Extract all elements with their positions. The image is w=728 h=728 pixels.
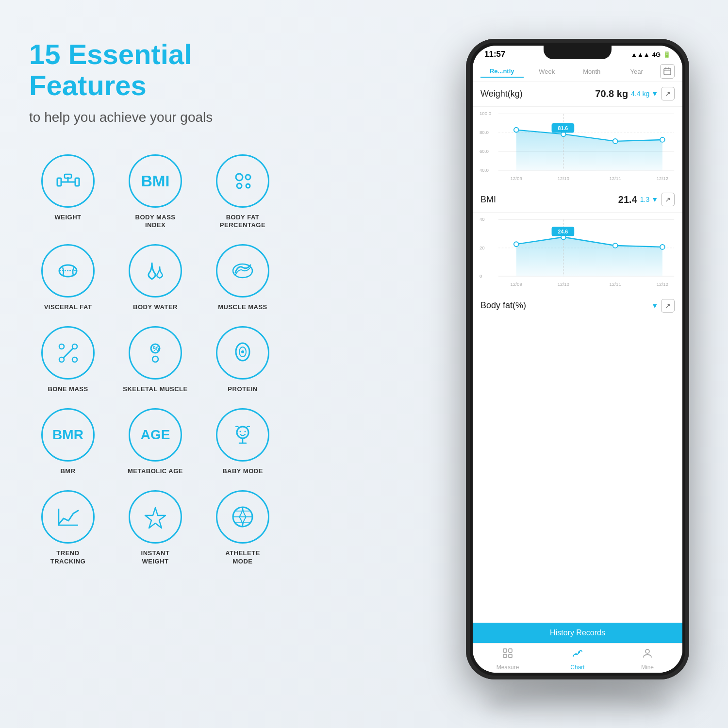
svg-point-50 (660, 137, 665, 142)
visceral-fat-icon (55, 258, 82, 284)
body-water-icon (142, 258, 169, 284)
feature-skeletal-muscle: % SKELETAL MUSCLE (116, 326, 194, 394)
nav-mine[interactable]: Mine (612, 647, 682, 671)
body-fat-icon (230, 167, 256, 194)
svg-text:12/11: 12/11 (610, 281, 621, 287)
tab-month[interactable]: Month (570, 66, 613, 77)
signal-icon: ▲▲▲ (631, 51, 650, 58)
bmi-change: 1.3 ▼ (640, 196, 658, 203)
body-fat-section: Body fat(%) ▼ ↗ (473, 294, 682, 320)
metabolic-age-icon: AGE (141, 428, 170, 442)
svg-text:%: % (153, 345, 159, 352)
svg-text:100.0: 100.0 (480, 111, 492, 116)
body-fat-value-group: ▼ ↗ (651, 299, 675, 313)
feature-protein: PROTEIN (204, 326, 281, 394)
bmi-title: BMI (480, 195, 496, 205)
tab-week[interactable]: Week (526, 66, 569, 77)
bmr-icon: BMR (52, 428, 83, 442)
bmi-expand[interactable]: ↗ (661, 193, 675, 206)
svg-point-7 (237, 183, 242, 188)
tab-recently[interactable]: Re...ntly (480, 66, 524, 78)
phone-reflection (485, 684, 670, 723)
feature-athlete-mode: ATHELETEMODE (204, 490, 281, 566)
bmi-chart: 40 20 0 (479, 213, 677, 288)
bmi-chart-area: 40 20 0 (473, 213, 682, 294)
measure-label: Measure (496, 664, 519, 671)
svg-point-5 (236, 174, 243, 181)
feature-instant-weight: INSTANTWEIGHT (116, 490, 194, 566)
svg-text:60.0: 60.0 (480, 149, 489, 154)
svg-point-67 (613, 244, 618, 248)
body-water-label: BODY WATER (133, 303, 178, 312)
weight-title: Weight(kg) (480, 89, 523, 99)
svg-point-16 (59, 344, 64, 349)
network-type: 4G (652, 51, 661, 58)
svg-text:0: 0 (480, 273, 482, 279)
bmi-label: BODY MASSINDEX (135, 214, 176, 230)
svg-rect-76 (509, 649, 512, 652)
weight-value: 70.8 kg (595, 88, 628, 99)
svg-text:12/12: 12/12 (657, 281, 668, 287)
svg-point-19 (152, 356, 158, 362)
body-fat-title: Body fat(%) (480, 300, 526, 311)
visceral-fat-label: VISCERAL FAT (44, 303, 92, 312)
battery-icon: 🔋 (663, 51, 671, 58)
svg-text:20: 20 (480, 245, 485, 250)
body-fat-header: Body fat(%) ▼ ↗ (480, 299, 675, 313)
svg-point-47 (514, 128, 519, 132)
svg-text:81.6: 81.6 (558, 125, 568, 131)
svg-point-80 (578, 651, 580, 653)
bmi-value-group: 21.4 1.3 ▼ ↗ (618, 193, 675, 206)
left-panel: 15 Essential Features to help you achiev… (29, 39, 281, 566)
metabolic-age-label: METABOLIC AGE (128, 467, 183, 476)
svg-point-13 (59, 357, 64, 362)
bmi-icon: BMI (141, 173, 170, 189)
tab-year[interactable]: Year (615, 66, 659, 77)
weight-section: Weight(kg) 70.8 kg 4.4 kg ▼ ↗ (473, 82, 682, 107)
svg-point-25 (244, 430, 246, 432)
phone-container: 11:57 ▲▲▲ 4G 🔋 Re...ntly Week (456, 24, 699, 694)
svg-point-8 (246, 184, 250, 188)
feature-baby-mode: BABY MODE (204, 408, 281, 476)
weight-expand[interactable]: ↗ (661, 87, 675, 100)
svg-point-79 (575, 653, 577, 655)
nav-measure[interactable]: Measure (473, 647, 543, 671)
subtitle: to help you achieve your goals (29, 110, 281, 125)
svg-rect-1 (75, 178, 79, 186)
instant-weight-label: INSTANTWEIGHT (141, 549, 170, 566)
svg-point-81 (645, 649, 649, 653)
svg-text:12/09: 12/09 (511, 281, 522, 287)
trend-tracking-label: TRENDTRACKING (50, 549, 86, 566)
chart-label: Chart (570, 664, 584, 671)
bmi-value: 21.4 (618, 194, 637, 205)
muscle-mass-icon (230, 258, 256, 284)
feature-muscle-mass: MUSCLE MASS (204, 244, 281, 312)
screen-content: 11:57 ▲▲▲ 4G 🔋 Re...ntly Week (473, 46, 682, 673)
svg-rect-33 (664, 68, 671, 75)
svg-point-15 (72, 357, 77, 362)
bmi-section: BMI 21.4 1.3 ▼ ↗ (473, 188, 682, 213)
weight-header: Weight(kg) 70.8 kg 4.4 kg ▼ ↗ (480, 87, 675, 100)
svg-point-68 (660, 245, 665, 249)
mine-icon (642, 647, 653, 662)
status-time: 11:57 (484, 50, 505, 59)
bmi-header: BMI 21.4 1.3 ▼ ↗ (480, 193, 675, 206)
svg-text:12/12: 12/12 (657, 176, 668, 181)
body-fat-expand[interactable]: ↗ (661, 299, 675, 313)
bmr-label: BMR (60, 467, 75, 476)
feature-body-water: BODY WATER (116, 244, 194, 312)
svg-text:12/09: 12/09 (511, 176, 522, 181)
svg-marker-63 (516, 237, 662, 277)
athlete-mode-label: ATHELETEMODE (225, 549, 260, 566)
feature-weight: WEIGHT (29, 154, 107, 230)
feature-bmi: BMI BODY MASSINDEX (116, 154, 194, 230)
calendar-button[interactable] (660, 64, 675, 79)
athlete-mode-icon (230, 504, 256, 530)
chart-icon (572, 647, 583, 662)
measure-icon (502, 647, 513, 662)
nav-chart[interactable]: Chart (543, 647, 612, 671)
history-records-bar[interactable]: History Records (473, 623, 682, 643)
main-title: 15 Essential Features (29, 39, 281, 101)
body-fat-dropdown[interactable]: ▼ (651, 302, 658, 310)
nav-tabs: Re...ntly Week Month Year (473, 61, 682, 82)
